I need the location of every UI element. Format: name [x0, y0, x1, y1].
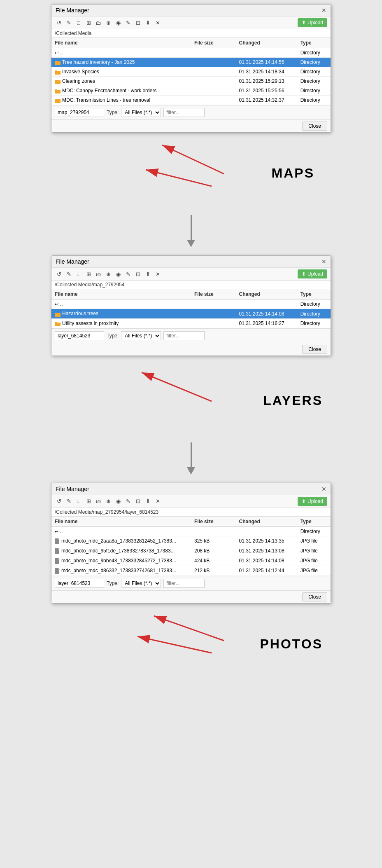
file-icon-btn[interactable]: □ — [75, 19, 83, 27]
folder-icon — [55, 321, 61, 326]
table-row[interactable]: Invasive Species01.31.2025 14:18:34Direc… — [51, 67, 331, 77]
rename-icon-l[interactable]: ✎ — [124, 270, 132, 278]
filter-input-maps[interactable] — [163, 108, 205, 117]
col-header-type-photos: Type — [297, 517, 331, 527]
delete-icon-p[interactable]: ✕ — [154, 497, 162, 505]
close-button-maps[interactable]: Close — [302, 122, 327, 131]
arrow-shaft-1 — [191, 215, 192, 240]
circle-icon-l[interactable]: ◉ — [114, 270, 122, 278]
new-folder-icon-p[interactable]: ⊞ — [84, 497, 93, 505]
dialog-layers: File Manager ✕ ↺ ✎ □ ⊞ 🗁 ⊕ ◉ ✎ ⊡ ⬇ ✕ — [51, 255, 331, 356]
table-row[interactable]: Utility assests in proximity01.31.2025 1… — [51, 318, 331, 328]
file-changed: 01.31.2025 15:29:13 — [235, 77, 297, 86]
close-button-layers[interactable]: Close — [302, 345, 327, 354]
edit-icon-l[interactable]: ✎ — [65, 270, 73, 278]
circle-icon-p[interactable]: ◉ — [114, 497, 122, 505]
close-icon-maps[interactable]: ✕ — [321, 7, 326, 14]
table-row[interactable]: ↩..Directory — [51, 48, 331, 58]
parent-dir-icon: ↩ — [55, 302, 58, 306]
titlebar-maps: File Manager ✕ — [51, 5, 331, 16]
type-select-maps[interactable]: All Files (*.*) — [121, 108, 161, 117]
table-row[interactable]: mdc_photo_mdc_2aaa8a_1738332812452_17383… — [51, 536, 331, 546]
toolbar-icons-maps: ↺ ✎ □ ⊞ 🗁 ⊕ ◉ ✎ ⊡ ⬇ ✕ — [55, 19, 162, 27]
col-header-size-photos: File size — [191, 517, 235, 527]
upload-icon-photos: ⬆ — [302, 498, 306, 504]
table-row[interactable]: Tree hazard inventory - Jan 202501.31.20… — [51, 58, 331, 67]
edit-icon[interactable]: ✎ — [65, 19, 73, 27]
table-row[interactable]: mdc_photo_mdc_95f1de_1738332783738_17383… — [51, 546, 331, 556]
filter-input-photos[interactable] — [163, 579, 205, 588]
svg-rect-9 — [55, 99, 57, 100]
table-row[interactable]: ↩..Directory — [51, 526, 331, 536]
copy-icon-l[interactable]: ⊡ — [134, 270, 142, 278]
file-type: JPG file — [297, 556, 331, 566]
file-name: Hazardous trees — [62, 311, 98, 316]
arrow-head-2 — [187, 467, 195, 475]
file-size — [191, 86, 235, 96]
refresh-icon[interactable]: ↺ — [55, 19, 63, 27]
refresh-icon-l[interactable]: ↺ — [55, 270, 63, 278]
upload-button-layers[interactable]: ⬆ Upload — [298, 269, 327, 278]
file-name: mdc_photo_mdc_95f1de_1738332783738_17383… — [61, 548, 175, 554]
toolbar-icons-layers: ↺ ✎ □ ⊞ 🗁 ⊕ ◉ ✎ ⊡ ⬇ ✕ — [55, 270, 162, 278]
folder-open-icon-p[interactable]: 🗁 — [94, 497, 102, 505]
table-row[interactable]: mdc_photo_mdc_d86332_1738332742681_17383… — [51, 566, 331, 576]
table-row[interactable]: MDC: Canopy Encroachment - work orders01… — [51, 86, 331, 96]
table-row[interactable]: MDC: Transmission Lines - tree removal01… — [51, 96, 331, 105]
parent-dir-icon: ↩ — [55, 529, 58, 534]
download-icon-l[interactable]: ⬇ — [144, 270, 152, 278]
rename-icon-p[interactable]: ✎ — [124, 497, 132, 505]
toolbar-maps: ↺ ✎ □ ⊞ 🗁 ⊕ ◉ ✎ ⊡ ⬇ ✕ ⬆ Upload — [51, 16, 331, 29]
file-icon-btn-p[interactable]: □ — [75, 497, 83, 505]
file-icon — [55, 548, 60, 553]
type-select-layers[interactable]: All Files (*.*) — [121, 331, 161, 340]
filename-input-photos[interactable] — [55, 579, 104, 588]
add-icon[interactable]: ⊕ — [104, 19, 112, 27]
file-name: .. — [60, 301, 63, 307]
copy-icon-p[interactable]: ⊡ — [134, 497, 142, 505]
folder-open-icon-l[interactable]: 🗁 — [94, 270, 102, 278]
actions-layers: Close — [51, 343, 331, 356]
type-label-maps: Type: — [107, 110, 119, 115]
file-changed — [235, 299, 297, 309]
type-select-photos[interactable]: All Files (*.*) — [121, 579, 161, 588]
col-header-changed-layers: Changed — [235, 289, 297, 299]
upload-button-photos[interactable]: ⬆ Upload — [298, 497, 327, 506]
upload-button-maps[interactable]: ⬆ Upload — [298, 18, 327, 27]
table-row[interactable]: Hazardous trees01.31.2025 14:14:08Direct… — [51, 309, 331, 318]
close-icon-layers[interactable]: ✕ — [321, 258, 326, 265]
delete-icon-l[interactable]: ✕ — [154, 270, 162, 278]
close-icon-photos[interactable]: ✕ — [321, 486, 326, 492]
col-header-type-layers: Type — [297, 289, 331, 299]
file-type: Directory — [297, 48, 331, 58]
filter-input-layers[interactable] — [163, 331, 205, 340]
copy-icon[interactable]: ⊡ — [134, 19, 142, 27]
add-icon-l[interactable]: ⊕ — [104, 270, 112, 278]
refresh-icon-p[interactable]: ↺ — [55, 497, 63, 505]
folder-open-icon[interactable]: 🗁 — [94, 19, 102, 27]
table-row[interactable]: Clearing zones01.31.2025 15:29:13Directo… — [51, 77, 331, 86]
file-type: JPG file — [297, 546, 331, 556]
svg-line-31 — [137, 636, 212, 653]
filename-input-maps[interactable] — [55, 108, 104, 117]
edit-icon-p[interactable]: ✎ — [65, 497, 73, 505]
svg-rect-15 — [55, 313, 57, 314]
download-icon-p[interactable]: ⬇ — [144, 497, 152, 505]
circle-icon[interactable]: ◉ — [114, 19, 122, 27]
file-icon-btn-l[interactable]: □ — [75, 270, 83, 278]
rename-icon[interactable]: ✎ — [124, 19, 132, 27]
file-changed: 01.31.2025 14:13:08 — [235, 546, 297, 556]
table-row[interactable]: mdc_photo_mdc_9bbe43_1738332845272_17383… — [51, 556, 331, 566]
new-folder-icon[interactable]: ⊞ — [84, 19, 93, 27]
col-header-name-photos: File name — [51, 517, 191, 527]
filename-input-layers[interactable] — [55, 331, 104, 340]
file-type: Directory — [297, 77, 331, 86]
table-row[interactable]: ↩..Directory — [51, 299, 331, 309]
delete-icon[interactable]: ✕ — [154, 19, 162, 27]
add-icon-p[interactable]: ⊕ — [104, 497, 112, 505]
download-icon[interactable]: ⬇ — [144, 19, 152, 27]
new-folder-icon-l[interactable]: ⊞ — [84, 270, 93, 278]
col-header-name-maps: File name — [51, 38, 191, 48]
folder-icon — [55, 69, 61, 74]
close-button-photos[interactable]: Close — [302, 592, 327, 601]
